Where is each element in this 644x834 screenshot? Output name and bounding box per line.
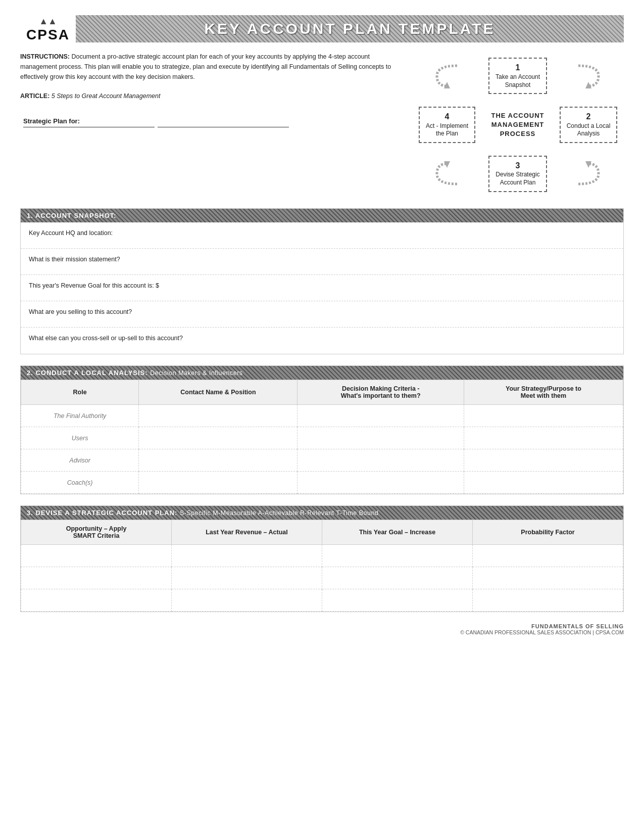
- table-row: [21, 567, 623, 589]
- step2-number: 2: [586, 112, 591, 122]
- step2-label: Conduct a Local Analysis: [567, 122, 611, 138]
- smart-row1-col0: [21, 567, 172, 589]
- contact-2: [139, 449, 298, 472]
- strategy-0: [464, 405, 623, 427]
- analysis-col-2: Decision Making Criteria - What's import…: [298, 380, 464, 405]
- criteria-3: [298, 472, 464, 494]
- smart-row1-col3: [473, 567, 623, 589]
- strategy-2: [464, 449, 623, 472]
- smart-row1-col1: [172, 567, 322, 589]
- strategic-plan-line-underline: [158, 127, 289, 127]
- step1-label: Take an Account Snapshot: [496, 73, 540, 89]
- contact-3: [139, 472, 298, 494]
- center-line2: MANAGEMENT: [491, 120, 544, 129]
- smart-section: 3. DEVISE A STRATEGIC ACCOUNT PLAN: S-Sp…: [20, 505, 624, 612]
- step4-cell: 4 Act - Implement the Plan: [412, 101, 482, 150]
- article-label: ARTICLE:: [20, 92, 49, 100]
- criteria-1: [298, 427, 464, 449]
- arrow-bottom-right-icon: [553, 149, 624, 198]
- arrow-bottom-left-icon: [412, 149, 482, 198]
- intro-section: INSTRUCTIONS: Document a pro-active stra…: [20, 52, 624, 198]
- contact-1: [139, 427, 298, 449]
- analysis-col-3: Your Strategy/Purpose to Meet with them: [464, 380, 623, 405]
- center-line1: THE ACCOUNT: [491, 111, 544, 120]
- step1-box: 1 Take an Account Snapshot: [488, 58, 547, 94]
- analysis-table-header-row: Role Contact Name & Position Decision Ma…: [21, 380, 623, 405]
- smart-row2-col3: [473, 589, 623, 612]
- smart-row0-col0: [21, 545, 172, 567]
- snapshot-field-4: What else can you cross-sell or up-sell …: [21, 328, 623, 354]
- step2-box: 2 Conduct a Local Analysis: [560, 107, 618, 143]
- step4-number: 4: [445, 112, 450, 122]
- analysis-header-main: 2. CONDUCT A LOCAL ANALYSIS:: [27, 369, 148, 377]
- snapshot-header-text: 1. ACCOUNT SNAPSHOT:: [27, 212, 117, 219]
- instructions-label: INSTRUCTIONS:: [20, 53, 70, 60]
- arrow-top-left-icon: [412, 52, 482, 101]
- smart-col-0: Opportunity – Apply SMART Criteria: [21, 520, 172, 545]
- center-line3: PROCESS: [491, 129, 544, 138]
- smart-header-row: Opportunity – Apply SMART Criteria Last …: [21, 520, 623, 545]
- step4-label: Act - Implement the Plan: [426, 122, 468, 138]
- smart-table: Opportunity – Apply SMART Criteria Last …: [21, 520, 623, 612]
- snapshot-field-3: What are you selling to this account?: [21, 301, 623, 328]
- logo-area: ▲▲ CPSA: [20, 15, 76, 42]
- step3-number: 3: [516, 161, 520, 171]
- analysis-col-0: Role: [21, 380, 139, 405]
- strategic-plan-label: Strategic Plan for:: [23, 116, 155, 127]
- process-center-text: THE ACCOUNT MANAGEMENT PROCESS: [491, 111, 544, 139]
- criteria-0: [298, 405, 464, 427]
- snapshot-section: 1. ACCOUNT SNAPSHOT: Key Account HQ and …: [20, 208, 624, 354]
- footer-title: FUNDAMENTALS OF SELLING: [20, 623, 624, 629]
- smart-header-main: 3. DEVISE A STRATEGIC ACCOUNT PLAN:: [27, 509, 177, 517]
- analysis-section: 2. CONDUCT A LOCAL ANALYSIS: Decision Ma…: [20, 365, 624, 494]
- step1-number: 1: [516, 63, 520, 73]
- process-diagram: 1 Take an Account Snapshot 4 Act - Imple…: [412, 52, 624, 198]
- page-footer: FUNDAMENTALS OF SELLING © CANADIAN PROFE…: [20, 623, 624, 635]
- logo-text: CPSA: [26, 28, 70, 42]
- table-row: Advisor: [21, 449, 623, 472]
- snapshot-field-2: This year's Revenue Goal for this accoun…: [21, 275, 623, 301]
- contact-0: [139, 405, 298, 427]
- step1-cell: 1 Take an Account Snapshot: [482, 52, 553, 101]
- logo-arrows-icon: ▲▲: [26, 16, 70, 27]
- article-value: 5 Steps to Great Account Management: [52, 92, 161, 100]
- table-row: [21, 545, 623, 567]
- smart-row2-col2: [322, 589, 473, 612]
- snapshot-field-1: What is their mission statement?: [21, 249, 623, 275]
- smart-row0-col3: [473, 545, 623, 567]
- smart-row2-col1: [172, 589, 322, 612]
- smart-row1-col2: [322, 567, 473, 589]
- page-title: KEY ACCOUNT PLAN TEMPLATE: [204, 20, 495, 37]
- analysis-col-1: Contact Name & Position: [139, 380, 298, 405]
- step2-cell: 2 Conduct a Local Analysis: [553, 101, 624, 150]
- instructions-body: Document a pro-active strategic account …: [20, 53, 391, 80]
- arrow-top-right-icon: [553, 52, 624, 101]
- role-3: Coach(s): [21, 472, 139, 494]
- step3-label: Devise Strategic Account Plan: [496, 171, 539, 187]
- smart-col-1: Last Year Revenue – Actual: [172, 520, 322, 545]
- criteria-2: [298, 449, 464, 472]
- smart-row2-col0: [21, 589, 172, 612]
- smart-row0-col2: [322, 545, 473, 567]
- smart-header-subtitle: S-Specific M-Measurable A-Achievable R-R…: [180, 509, 378, 517]
- table-row: The Final Authority: [21, 405, 623, 427]
- role-1: Users: [21, 427, 139, 449]
- snapshot-field-0: Key Account HQ and location:: [21, 222, 623, 249]
- footer-copyright: © CANADIAN PROFESSIONAL SALES ASSOCIATIO…: [20, 629, 624, 635]
- strategy-1: [464, 427, 623, 449]
- snapshot-header: 1. ACCOUNT SNAPSHOT:: [21, 209, 623, 222]
- table-row: Users: [21, 427, 623, 449]
- role-0: The Final Authority: [21, 405, 139, 427]
- page-header: ▲▲ CPSA KEY ACCOUNT PLAN TEMPLATE: [20, 15, 624, 42]
- smart-row0-col1: [172, 545, 322, 567]
- center-cell: THE ACCOUNT MANAGEMENT PROCESS: [482, 101, 553, 150]
- step3-box: 3 Devise Strategic Account Plan: [488, 156, 547, 192]
- step4-box: 4 Act - Implement the Plan: [419, 107, 475, 143]
- table-row: Coach(s): [21, 472, 623, 494]
- role-2: Advisor: [21, 449, 139, 472]
- step3-cell: 3 Devise Strategic Account Plan: [482, 149, 553, 198]
- smart-col-2: This Year Goal – Increase: [322, 520, 473, 545]
- analysis-table: Role Contact Name & Position Decision Ma…: [21, 380, 623, 494]
- smart-col-3: Probability Factor: [473, 520, 623, 545]
- title-banner: KEY ACCOUNT PLAN TEMPLATE: [76, 15, 624, 42]
